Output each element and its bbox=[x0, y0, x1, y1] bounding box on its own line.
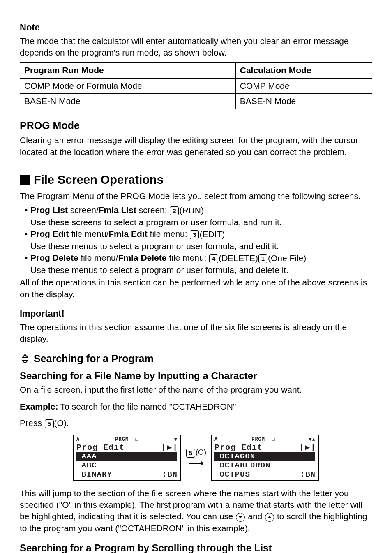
note-heading: Note bbox=[20, 21, 372, 34]
example-text: To search for the file named "OCTAHEDRON… bbox=[58, 402, 236, 411]
lcd-bn-label: :BN bbox=[162, 470, 178, 479]
keycap-5: 5 bbox=[186, 449, 195, 458]
search-by-char-body: On a file screen, input the first letter… bbox=[20, 384, 372, 396]
section-bullet-icon bbox=[20, 175, 30, 185]
lcd-highlight-row: OCTAGON bbox=[214, 452, 315, 461]
lcd-indicator-a-icon: A bbox=[76, 436, 80, 443]
example-line: Example: To search for the file named "O… bbox=[20, 401, 372, 412]
bullet-text: screen: bbox=[136, 205, 170, 215]
lcd-title-right: [▶] bbox=[161, 443, 178, 452]
bullet-lead: Prog Delete bbox=[30, 253, 78, 262]
keycap-3: 3 bbox=[190, 230, 199, 239]
table-row: COMP Mode or Formula Mode COMP Mode bbox=[20, 78, 372, 93]
file-ops-outro: All of the operations in this section ca… bbox=[20, 277, 372, 300]
keycap-5: 5 bbox=[45, 419, 54, 428]
bullet-sub: Use these menus to select a program or u… bbox=[25, 241, 372, 252]
cursor-down-icon bbox=[236, 513, 245, 522]
keycap-4: 4 bbox=[209, 254, 218, 263]
search-scroll-heading: Searching for a Program by Scrolling thr… bbox=[20, 541, 372, 553]
lcd-row-text: OCTAHEDRON bbox=[219, 461, 270, 470]
note-body: The mode that the calculator will enter … bbox=[20, 35, 372, 59]
prog-mode-heading: PROG Mode bbox=[20, 119, 372, 133]
keycap-2: 2 bbox=[170, 206, 179, 215]
bullet-text: screen/ bbox=[68, 205, 99, 215]
lcd-screen-left: A PRGM □ ▼ Prog Edit [▶] AAA ABC BINARY:… bbox=[73, 435, 181, 481]
searching-heading: Searching for a Program bbox=[34, 352, 154, 366]
search-by-char-heading: Searching for a File Name by Inputting a… bbox=[20, 369, 372, 382]
press-pre: Press bbox=[20, 418, 44, 428]
key-label: (One File) bbox=[268, 254, 306, 263]
mode-table-cell: BASE-N Mode bbox=[235, 94, 372, 109]
key-label: (EDIT) bbox=[199, 230, 225, 239]
bullet-sub: Use these menus to select a program or u… bbox=[25, 264, 372, 276]
table-row: BASE-N Mode BASE-N Mode bbox=[20, 94, 372, 109]
cursor-up-icon bbox=[265, 513, 274, 522]
bullet-text: file menu: bbox=[148, 229, 190, 238]
list-item: • Prog Edit file menu/Fmla Edit file men… bbox=[25, 228, 372, 241]
mode-table: Program Run Mode Calculation Mode COMP M… bbox=[20, 62, 372, 109]
important-body: The operations in this section assume th… bbox=[20, 322, 372, 345]
lcd-row-text: ABC bbox=[81, 461, 97, 470]
figure-middle: 5(O) ⟶ bbox=[186, 447, 206, 468]
key-label: (RUN) bbox=[179, 206, 203, 215]
key-label: (DELETE) bbox=[219, 254, 258, 263]
lcd-row-text: OCTPUS bbox=[219, 470, 250, 479]
example-label: Example: bbox=[20, 402, 58, 411]
lcd-bn-label: :BN bbox=[300, 470, 316, 479]
lcd-prgm-label: PRGM bbox=[251, 437, 265, 442]
important-heading: Important! bbox=[20, 308, 372, 320]
lcd-highlight-row: AAA bbox=[76, 452, 177, 461]
list-item: • Prog List screen/Fmla List screen: 2(R… bbox=[25, 204, 372, 217]
mode-table-header: Program Run Mode bbox=[20, 63, 236, 78]
up-down-outline-icon bbox=[20, 354, 30, 364]
lcd-row-text: BINARY bbox=[81, 470, 112, 479]
keycap-1: 1 bbox=[258, 254, 267, 263]
arrow-right-icon: ⟶ bbox=[189, 458, 204, 468]
bullet-lead: Prog Edit bbox=[30, 229, 69, 238]
file-ops-intro: The Program Menu of the PROG Mode lets y… bbox=[20, 190, 372, 202]
bullet-lead: Fmla Edit bbox=[108, 229, 148, 238]
after-figure-para: This will jump to the section of the fil… bbox=[20, 488, 372, 534]
prog-mode-body: Clearing an error message will display t… bbox=[20, 134, 372, 158]
bullet-lead: Fmla Delete bbox=[118, 253, 167, 262]
lcd-indicator-a-icon: A bbox=[214, 436, 218, 443]
lcd-screen-right: A PRGM □ ▼▲ Prog Edit [▶] OCTAGON OCTAHE… bbox=[211, 435, 319, 481]
file-ops-heading: File Screen Operations bbox=[34, 172, 164, 188]
lcd-title-right: [▶] bbox=[300, 443, 316, 452]
lcd-prgm-label: PRGM bbox=[115, 437, 129, 442]
bullet-sub: Use these screens to select a program or… bbox=[25, 217, 372, 228]
bullet-lead: Fmla List bbox=[99, 205, 136, 215]
lcd-title-text: Prog Edit bbox=[214, 443, 263, 452]
mode-table-cell: BASE-N Mode bbox=[20, 94, 236, 109]
lcd-title-text: Prog Edit bbox=[76, 443, 125, 452]
lcd-figure-row: A PRGM □ ▼ Prog Edit [▶] AAA ABC BINARY:… bbox=[20, 435, 372, 481]
after-fig-text: and bbox=[248, 511, 265, 521]
bullet-text: file menu: bbox=[166, 253, 209, 262]
list-item: • Prog Delete file menu/Fmla Delete file… bbox=[25, 252, 372, 264]
lcd-down-arrow-icon: ▼ bbox=[174, 436, 178, 443]
mode-table-cell: COMP Mode or Formula Mode bbox=[20, 78, 236, 93]
press-post: (O). bbox=[54, 418, 69, 428]
press-line: Press 5(O). bbox=[20, 417, 372, 429]
lcd-updown-arrow-icon: ▼▲ bbox=[309, 436, 316, 443]
mode-table-cell: COMP Mode bbox=[235, 78, 372, 93]
bullet-lead: Prog List bbox=[30, 205, 68, 215]
mid-key-label: (O) bbox=[196, 448, 206, 456]
bullet-text: file menu/ bbox=[78, 253, 118, 262]
mode-table-header: Calculation Mode bbox=[235, 63, 372, 78]
bullet-text: file menu/ bbox=[69, 229, 108, 238]
